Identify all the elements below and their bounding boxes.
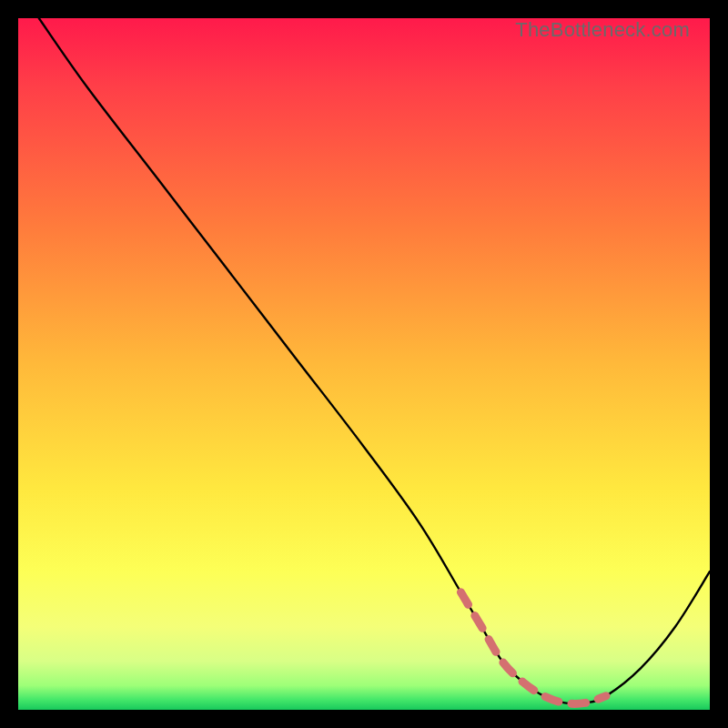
chart-background: [18, 18, 710, 710]
bottleneck-chart: [18, 18, 710, 710]
chart-frame: TheBottleneck.com: [18, 18, 710, 710]
watermark-text: TheBottleneck.com: [515, 18, 690, 42]
